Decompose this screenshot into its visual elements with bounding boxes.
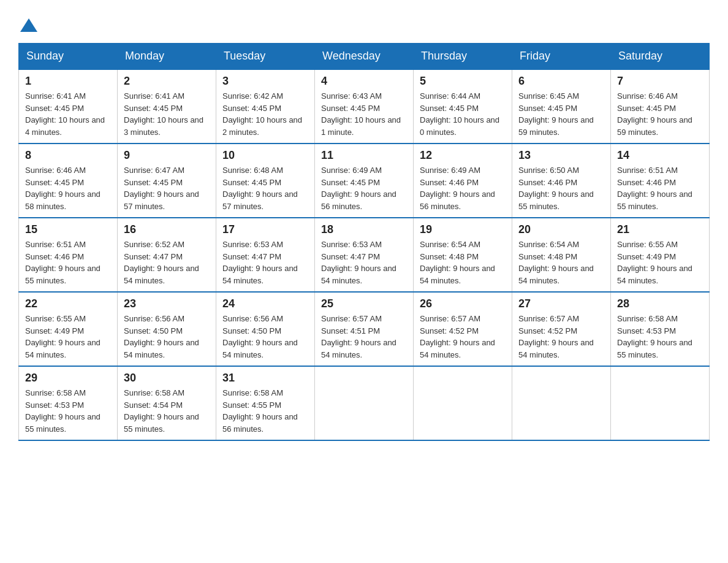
day-number: 2	[124, 75, 210, 88]
calendar-week-row: 29Sunrise: 6:58 AMSunset: 4:53 PMDayligh…	[19, 366, 710, 440]
calendar-day-cell: 25Sunrise: 6:57 AMSunset: 4:51 PMDayligh…	[315, 292, 414, 366]
day-info: Sunrise: 6:46 AMSunset: 4:45 PMDaylight:…	[617, 90, 703, 138]
day-number: 25	[321, 297, 407, 310]
weekday-header-wednesday: Wednesday	[315, 44, 414, 70]
calendar-day-cell: 9Sunrise: 6:47 AMSunset: 4:45 PMDaylight…	[118, 144, 216, 218]
day-number: 15	[25, 223, 111, 236]
day-number: 21	[617, 223, 703, 236]
day-number: 10	[222, 149, 308, 162]
calendar-day-cell: 21Sunrise: 6:55 AMSunset: 4:49 PMDayligh…	[611, 218, 710, 292]
day-info: Sunrise: 6:52 AMSunset: 4:47 PMDaylight:…	[124, 239, 210, 286]
day-number: 14	[617, 149, 703, 162]
calendar-day-cell: 11Sunrise: 6:49 AMSunset: 4:45 PMDayligh…	[315, 144, 414, 218]
calendar-day-cell: 19Sunrise: 6:54 AMSunset: 4:48 PMDayligh…	[414, 218, 512, 292]
weekday-header-row: SundayMondayTuesdayWednesdayThursdayFrid…	[19, 44, 710, 70]
day-info: Sunrise: 6:58 AMSunset: 4:55 PMDaylight:…	[222, 387, 308, 435]
day-number: 7	[617, 75, 703, 88]
calendar-day-cell: 13Sunrise: 6:50 AMSunset: 4:46 PMDayligh…	[512, 144, 611, 218]
day-info: Sunrise: 6:50 AMSunset: 4:46 PMDaylight:…	[518, 164, 604, 212]
calendar-day-cell	[315, 366, 414, 440]
calendar-week-row: 8Sunrise: 6:46 AMSunset: 4:45 PMDaylight…	[19, 144, 710, 218]
calendar-day-cell: 1Sunrise: 6:41 AMSunset: 4:45 PMDaylight…	[19, 69, 118, 144]
calendar-day-cell: 18Sunrise: 6:53 AMSunset: 4:47 PMDayligh…	[315, 218, 414, 292]
day-info: Sunrise: 6:54 AMSunset: 4:48 PMDaylight:…	[420, 239, 506, 286]
day-info: Sunrise: 6:45 AMSunset: 4:45 PMDaylight:…	[518, 90, 604, 138]
day-number: 18	[321, 223, 407, 236]
day-number: 19	[420, 223, 506, 236]
calendar-day-cell: 26Sunrise: 6:57 AMSunset: 4:52 PMDayligh…	[414, 292, 512, 366]
calendar-day-cell: 23Sunrise: 6:56 AMSunset: 4:50 PMDayligh…	[118, 292, 216, 366]
calendar-day-cell: 22Sunrise: 6:55 AMSunset: 4:49 PMDayligh…	[19, 292, 118, 366]
day-info: Sunrise: 6:49 AMSunset: 4:45 PMDaylight:…	[321, 164, 407, 212]
calendar-day-cell: 27Sunrise: 6:57 AMSunset: 4:52 PMDayligh…	[512, 292, 611, 366]
calendar-day-cell: 5Sunrise: 6:44 AMSunset: 4:45 PMDaylight…	[414, 69, 512, 144]
calendar-day-cell: 7Sunrise: 6:46 AMSunset: 4:45 PMDaylight…	[611, 69, 710, 144]
day-info: Sunrise: 6:57 AMSunset: 4:51 PMDaylight:…	[321, 313, 407, 361]
day-info: Sunrise: 6:47 AMSunset: 4:45 PMDaylight:…	[124, 164, 210, 212]
day-info: Sunrise: 6:43 AMSunset: 4:45 PMDaylight:…	[321, 90, 407, 138]
day-info: Sunrise: 6:54 AMSunset: 4:48 PMDaylight:…	[518, 239, 604, 286]
calendar-day-cell: 29Sunrise: 6:58 AMSunset: 4:53 PMDayligh…	[19, 366, 118, 440]
day-number: 1	[25, 75, 111, 88]
day-number: 28	[617, 297, 703, 310]
day-number: 31	[222, 372, 308, 385]
day-number: 22	[25, 297, 111, 310]
calendar-day-cell	[512, 366, 611, 440]
calendar-table: SundayMondayTuesdayWednesdayThursdayFrid…	[18, 43, 710, 441]
day-number: 3	[222, 75, 308, 88]
day-info: Sunrise: 6:58 AMSunset: 4:53 PMDaylight:…	[617, 313, 703, 361]
calendar-week-row: 15Sunrise: 6:51 AMSunset: 4:46 PMDayligh…	[19, 218, 710, 292]
calendar-day-cell: 30Sunrise: 6:58 AMSunset: 4:54 PMDayligh…	[118, 366, 216, 440]
day-info: Sunrise: 6:41 AMSunset: 4:45 PMDaylight:…	[25, 90, 111, 138]
calendar-day-cell: 2Sunrise: 6:41 AMSunset: 4:45 PMDaylight…	[118, 69, 216, 144]
calendar-day-cell: 20Sunrise: 6:54 AMSunset: 4:48 PMDayligh…	[512, 218, 611, 292]
calendar-day-cell: 8Sunrise: 6:46 AMSunset: 4:45 PMDaylight…	[19, 144, 118, 218]
day-info: Sunrise: 6:57 AMSunset: 4:52 PMDaylight:…	[518, 313, 604, 361]
page-header	[18, 12, 710, 33]
day-info: Sunrise: 6:48 AMSunset: 4:45 PMDaylight:…	[222, 164, 308, 212]
day-info: Sunrise: 6:58 AMSunset: 4:53 PMDaylight:…	[25, 387, 111, 435]
calendar-day-cell	[611, 366, 710, 440]
calendar-day-cell: 14Sunrise: 6:51 AMSunset: 4:46 PMDayligh…	[611, 144, 710, 218]
day-number: 23	[124, 297, 210, 310]
weekday-header-thursday: Thursday	[414, 44, 512, 70]
day-number: 6	[518, 75, 604, 88]
day-number: 27	[518, 297, 604, 310]
weekday-header-monday: Monday	[118, 44, 216, 70]
calendar-week-row: 22Sunrise: 6:55 AMSunset: 4:49 PMDayligh…	[19, 292, 710, 366]
day-info: Sunrise: 6:58 AMSunset: 4:54 PMDaylight:…	[124, 387, 210, 435]
calendar-day-cell: 16Sunrise: 6:52 AMSunset: 4:47 PMDayligh…	[118, 218, 216, 292]
day-info: Sunrise: 6:53 AMSunset: 4:47 PMDaylight:…	[222, 239, 308, 286]
calendar-day-cell: 4Sunrise: 6:43 AMSunset: 4:45 PMDaylight…	[315, 69, 414, 144]
day-number: 20	[518, 223, 604, 236]
day-info: Sunrise: 6:42 AMSunset: 4:45 PMDaylight:…	[222, 90, 308, 138]
calendar-day-cell: 12Sunrise: 6:49 AMSunset: 4:46 PMDayligh…	[414, 144, 512, 218]
calendar-day-cell: 24Sunrise: 6:56 AMSunset: 4:50 PMDayligh…	[216, 292, 315, 366]
day-info: Sunrise: 6:57 AMSunset: 4:52 PMDaylight:…	[420, 313, 506, 361]
weekday-header-friday: Friday	[512, 44, 611, 70]
calendar-week-row: 1Sunrise: 6:41 AMSunset: 4:45 PMDaylight…	[19, 69, 710, 144]
day-number: 9	[124, 149, 210, 162]
calendar-body: 1Sunrise: 6:41 AMSunset: 4:45 PMDaylight…	[19, 69, 710, 440]
day-number: 13	[518, 149, 604, 162]
logo-triangle-icon	[20, 18, 37, 32]
calendar-day-cell: 3Sunrise: 6:42 AMSunset: 4:45 PMDaylight…	[216, 69, 315, 144]
calendar-day-cell: 17Sunrise: 6:53 AMSunset: 4:47 PMDayligh…	[216, 218, 315, 292]
day-number: 29	[25, 372, 111, 385]
day-number: 8	[25, 149, 111, 162]
calendar-day-cell	[414, 366, 512, 440]
day-number: 12	[420, 149, 506, 162]
calendar-day-cell: 15Sunrise: 6:51 AMSunset: 4:46 PMDayligh…	[19, 218, 118, 292]
day-info: Sunrise: 6:56 AMSunset: 4:50 PMDaylight:…	[124, 313, 210, 361]
calendar-header: SundayMondayTuesdayWednesdayThursdayFrid…	[19, 44, 710, 70]
day-number: 16	[124, 223, 210, 236]
day-number: 30	[124, 372, 210, 385]
day-info: Sunrise: 6:51 AMSunset: 4:46 PMDaylight:…	[617, 164, 703, 212]
day-info: Sunrise: 6:55 AMSunset: 4:49 PMDaylight:…	[617, 239, 703, 286]
logo	[18, 18, 37, 33]
calendar-day-cell: 6Sunrise: 6:45 AMSunset: 4:45 PMDaylight…	[512, 69, 611, 144]
calendar-day-cell: 28Sunrise: 6:58 AMSunset: 4:53 PMDayligh…	[611, 292, 710, 366]
day-number: 5	[420, 75, 506, 88]
weekday-header-saturday: Saturday	[611, 44, 710, 70]
day-info: Sunrise: 6:46 AMSunset: 4:45 PMDaylight:…	[25, 164, 111, 212]
